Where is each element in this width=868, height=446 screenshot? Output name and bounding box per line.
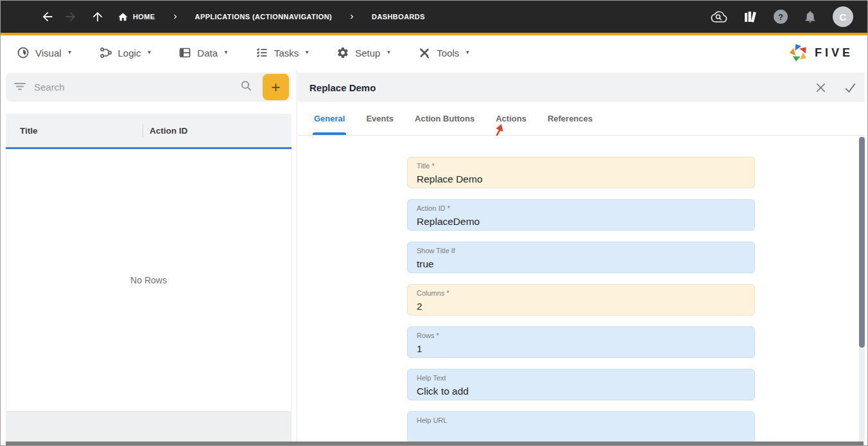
main-menu-bar: Visual ▼ Logic ▼ Data ▼ bbox=[1, 35, 867, 70]
table-body: No Rows bbox=[6, 149, 291, 411]
app-window: HOME APPLICATIONS (ACTIONNAVIGATION) DAS… bbox=[0, 0, 868, 446]
tab-actions[interactable]: Actions bbox=[496, 102, 526, 135]
caret-down-icon: ▼ bbox=[304, 50, 309, 55]
top-navigation-bar: HOME APPLICATIONS (ACTIONNAVIGATION) DAS… bbox=[1, 1, 867, 33]
visual-icon bbox=[17, 46, 30, 59]
logic-icon bbox=[100, 46, 112, 59]
field-value: 1 bbox=[417, 343, 745, 355]
caret-down-icon: ▼ bbox=[386, 50, 391, 55]
caret-down-icon: ▼ bbox=[465, 50, 470, 55]
field-value: ReplaceDemo bbox=[417, 215, 745, 227]
five-logo-text: FIVE bbox=[815, 46, 853, 60]
menu-label: Visual bbox=[35, 48, 62, 58]
avatar[interactable]: C bbox=[833, 6, 853, 27]
menu-label: Tasks bbox=[274, 48, 299, 58]
tools-icon bbox=[418, 46, 431, 59]
tab-general[interactable]: General bbox=[314, 102, 345, 135]
chevron-right-icon bbox=[171, 12, 180, 21]
menu-item-tools[interactable]: Tools ▼ bbox=[418, 46, 470, 59]
form-body: Title * Replace Demo Action ID * Replace… bbox=[298, 136, 865, 445]
five-logo: FIVE bbox=[788, 42, 853, 64]
tab-label: References bbox=[548, 114, 593, 123]
caret-down-icon: ▼ bbox=[146, 50, 152, 55]
active-tab-underline bbox=[313, 132, 346, 135]
add-record-button[interactable]: + bbox=[263, 74, 289, 100]
menu-item-logic[interactable]: Logic ▼ bbox=[100, 46, 152, 59]
table-header: Title Action ID bbox=[6, 114, 291, 147]
help-glyph: ? bbox=[774, 10, 788, 24]
field-rows[interactable]: Rows * 1 bbox=[407, 326, 755, 358]
field-label: Title * bbox=[417, 162, 745, 170]
form-title: Replace Demo bbox=[309, 82, 376, 93]
nav-controls: HOME APPLICATIONS (ACTIONNAVIGATION) DAS… bbox=[1, 10, 425, 24]
form-scrollbar-track bbox=[859, 137, 865, 445]
menu-label: Setup bbox=[355, 48, 380, 58]
field-action-id[interactable]: Action ID * ReplaceDemo bbox=[407, 199, 755, 231]
record-form-panel: Replace Demo General Ev bbox=[297, 70, 868, 445]
form-tabs: General Events Action Buttons Actions Re… bbox=[298, 102, 865, 136]
save-check-icon[interactable] bbox=[844, 81, 857, 94]
horizontal-scrollbar[interactable] bbox=[6, 442, 864, 445]
field-show-title-if[interactable]: Show Title If true bbox=[407, 242, 755, 273]
breadcrumb-home[interactable]: HOME bbox=[117, 12, 155, 22]
field-columns[interactable]: Columns * 2 bbox=[407, 284, 755, 316]
field-label: Rows * bbox=[417, 332, 745, 340]
filter-icon[interactable] bbox=[14, 81, 26, 94]
forward-arrow-icon[interactable] bbox=[64, 10, 78, 24]
tab-label: Actions bbox=[496, 114, 526, 123]
field-label: Help Text bbox=[417, 374, 745, 382]
library-icon[interactable] bbox=[743, 9, 758, 24]
breadcrumb-home-label: HOME bbox=[133, 13, 155, 21]
menu-item-visual[interactable]: Visual ▼ bbox=[17, 46, 73, 59]
form-scrollbar-thumb[interactable] bbox=[859, 137, 865, 348]
data-icon bbox=[178, 46, 191, 59]
home-icon bbox=[117, 12, 128, 22]
breadcrumb: HOME APPLICATIONS (ACTIONNAVIGATION) DAS… bbox=[105, 12, 425, 22]
menu-label: Data bbox=[197, 48, 218, 58]
tab-label: General bbox=[314, 114, 345, 123]
form-header: Replace Demo bbox=[298, 73, 865, 102]
back-arrow-icon[interactable] bbox=[40, 10, 55, 24]
caret-down-icon: ▼ bbox=[67, 50, 73, 55]
column-header-title[interactable]: Title bbox=[6, 126, 143, 136]
close-icon[interactable] bbox=[815, 82, 827, 94]
topbar-actions: ? C bbox=[711, 6, 867, 27]
tab-label: Action Buttons bbox=[415, 114, 474, 123]
search-bar: + bbox=[6, 73, 291, 102]
breadcrumb-dashboards[interactable]: DASHBOARDS bbox=[372, 13, 425, 21]
field-value: true bbox=[417, 258, 745, 270]
avatar-letter: C bbox=[833, 6, 853, 27]
menu-item-data[interactable]: Data ▼ bbox=[178, 46, 229, 59]
column-header-action-id[interactable]: Action ID bbox=[143, 126, 187, 136]
menu-item-setup[interactable]: Setup ▼ bbox=[336, 46, 391, 59]
field-label: Action ID * bbox=[417, 204, 745, 213]
search-input[interactable] bbox=[34, 82, 240, 93]
search-icon[interactable] bbox=[240, 80, 252, 94]
caret-down-icon: ▼ bbox=[223, 50, 229, 55]
menu-item-tasks[interactable]: Tasks ▼ bbox=[256, 46, 309, 59]
field-label: Show Title If bbox=[417, 247, 745, 255]
hamburger-menu-icon[interactable] bbox=[15, 12, 29, 22]
tab-events[interactable]: Events bbox=[366, 102, 394, 135]
menu-label: Tools bbox=[437, 48, 459, 58]
chevron-right-icon bbox=[347, 12, 356, 21]
field-help-text[interactable]: Help Text Click to add bbox=[407, 369, 755, 400]
setup-gear-icon bbox=[336, 46, 349, 59]
tab-label: Events bbox=[366, 114, 394, 123]
field-title[interactable]: Title * Replace Demo bbox=[407, 157, 755, 188]
up-arrow-icon[interactable] bbox=[91, 10, 105, 24]
tasks-icon bbox=[256, 46, 268, 59]
field-help-url[interactable]: Help URL bbox=[407, 411, 755, 443]
table-footer bbox=[6, 411, 291, 442]
menu-label: Logic bbox=[118, 48, 141, 58]
field-label: Help URL bbox=[417, 416, 745, 425]
breadcrumb-applications[interactable]: APPLICATIONS (ACTIONNAVIGATION) bbox=[195, 13, 332, 21]
bell-icon[interactable] bbox=[803, 10, 817, 24]
help-icon[interactable]: ? bbox=[774, 10, 788, 24]
tab-references[interactable]: References bbox=[548, 102, 593, 135]
cloud-search-icon[interactable] bbox=[711, 9, 727, 24]
five-logo-pinwheel-icon bbox=[788, 42, 810, 64]
tab-action-buttons[interactable]: Action Buttons bbox=[415, 102, 474, 135]
field-value: Click to add bbox=[417, 385, 745, 397]
empty-state-text: No Rows bbox=[130, 275, 167, 285]
